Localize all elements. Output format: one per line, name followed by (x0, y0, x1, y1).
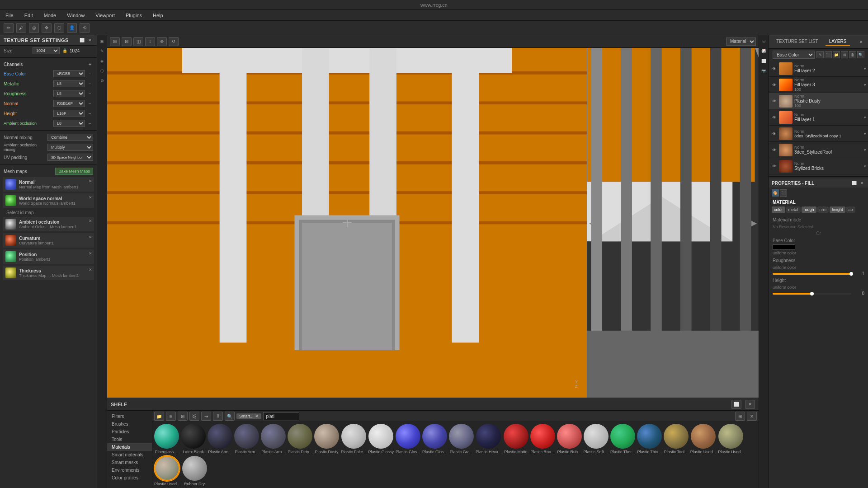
shelf-import-btn[interactable]: ⇥ (201, 412, 211, 421)
material-item-23[interactable]: Rubber Dry (182, 456, 207, 486)
material-item-16[interactable]: Plastic Soft ... (584, 424, 609, 454)
size-select[interactable]: 10242048512 (33, 47, 60, 54)
right-icon-layout[interactable]: ⊟ (760, 37, 768, 45)
uv-padding-select[interactable]: 3D Space Neighbor (47, 154, 93, 161)
layer-plastic-dusty-visibility[interactable]: 👁 (771, 98, 777, 104)
shelf-search-input[interactable] (263, 412, 299, 420)
channel-selector-dropdown[interactable]: Base Color (773, 51, 815, 59)
layer-add-folder-btn[interactable]: 📁 (833, 51, 840, 58)
panel-expand-btn[interactable]: ⬜ (79, 37, 85, 43)
shelf-view-btn[interactable]: ⊞ (735, 412, 745, 421)
material-item-22[interactable]: Plastic Used... (154, 456, 180, 486)
side-icon-4[interactable]: ⬡ (98, 67, 106, 75)
material-item-4[interactable]: Plastic Arm... (261, 424, 286, 454)
channel-metallic-remove[interactable]: − (87, 80, 93, 87)
mat-tab-metal[interactable]: metal (786, 206, 801, 213)
shelf-item-smart-materials[interactable]: Smart materials (107, 451, 152, 459)
layer-fill-2-visibility[interactable]: 👁 (771, 66, 777, 72)
layer-stylized-roof-copy[interactable]: 👁 Norm 3dex_StylizedRoof copy 1 ▾ (769, 126, 868, 142)
add-channel-btn[interactable]: + (87, 61, 93, 67)
menu-help[interactable]: Help (151, 12, 165, 19)
side-icon-2[interactable]: ✎ (98, 47, 106, 55)
material-item-9[interactable]: Plastic Glos... (396, 424, 420, 454)
channel-ao-remove[interactable]: − (87, 120, 93, 127)
material-item-21[interactable]: Plastic Used... (718, 424, 744, 454)
layer-stylized-bricks[interactable]: 👁 Norm Stylized Bricks ▾ (769, 158, 868, 174)
layer-fill-1-visibility[interactable]: 👁 (771, 114, 777, 121)
height-slider[interactable] (773, 293, 851, 295)
right-icon-camera[interactable]: 📷 (760, 67, 768, 75)
side-icon-3[interactable]: ◈ (98, 57, 106, 65)
shelf-expand-btn[interactable]: ⬜ (731, 400, 741, 409)
shelf-item-tools[interactable]: Tools (107, 436, 152, 443)
material-item-13[interactable]: Plastic Matte (504, 424, 528, 454)
tool-figure[interactable]: 👤 (67, 23, 77, 33)
vp-move-btn[interactable]: ↕ (145, 37, 155, 46)
vp-refresh-btn[interactable]: ↺ (169, 37, 179, 46)
base-color-swatch[interactable] (773, 244, 795, 250)
layer-stylized-roof[interactable]: 👁 Norm 3dex_StylizedRoof ▾ (769, 142, 868, 158)
tool-move[interactable]: ✥ (42, 23, 52, 33)
viewport-right-arrow[interactable]: ▶ (751, 219, 757, 227)
props-paint-icon[interactable]: 🎨 (772, 189, 779, 197)
tab-texture-set-list[interactable]: TEXTURE SET LIST (773, 38, 822, 46)
side-icon-1[interactable]: ▣ (98, 37, 106, 45)
search-tag-close[interactable]: ✕ (255, 414, 259, 418)
vp-split-btn[interactable]: ◫ (133, 37, 143, 46)
layer-duplicate-btn[interactable]: ⊞ (841, 51, 848, 58)
mesh-map-ao-close[interactable]: ✕ (89, 219, 92, 223)
tool-stamp[interactable]: ⬡ (54, 23, 64, 33)
material-item-8[interactable]: Plastic Glossy (368, 424, 394, 454)
shelf-filter-btn[interactable]: ⧖ (213, 412, 223, 421)
layer-fill-3-visibility[interactable]: 👁 (771, 82, 777, 88)
shelf-item-filters[interactable]: Filters (107, 413, 152, 420)
shelf-item-brushes[interactable]: Brushes (107, 420, 152, 428)
tab-layers[interactable]: LAYERS (826, 38, 850, 46)
material-item-1[interactable]: Latex Black (181, 424, 206, 454)
channel-base-color-format[interactable]: sRGB8 (53, 70, 85, 77)
tool-pencil[interactable]: ✏ (4, 23, 14, 33)
shelf-item-color-profiles[interactable]: Color profiles (107, 474, 152, 482)
mat-tab-height[interactable]: height (830, 206, 845, 213)
viewport-left-arrow[interactable]: ◀ (589, 219, 594, 227)
shelf-list-btn[interactable]: ≡ (166, 412, 176, 421)
mesh-map-world-close[interactable]: ✕ (89, 195, 92, 200)
menu-file[interactable]: File (4, 12, 15, 19)
shelf-item-particles[interactable]: Particles (107, 428, 152, 436)
shelf-search-btn[interactable]: 🔍 (225, 412, 235, 421)
select-id-map-label[interactable]: Select id map (6, 210, 34, 215)
material-item-6[interactable]: Plastic Dusty (314, 424, 339, 454)
ao-mixing-select[interactable]: Multiply (47, 144, 93, 151)
viewport-area[interactable]: YZ (107, 48, 759, 398)
roughness-slider[interactable] (773, 273, 851, 275)
layer-fill-3[interactable]: 👁 Norm Fill layer 3 100 ▾ (769, 77, 868, 93)
layer-plastic-dusty[interactable]: 👁 Norm ` Plastic Dusty 100 (769, 93, 868, 109)
tool-paint[interactable]: 🖌 (16, 23, 26, 33)
vp-grid-btn[interactable]: ⊞ (110, 37, 120, 46)
side-icon-5[interactable]: ⚙ (98, 77, 106, 85)
vp-grid2-btn[interactable]: ⊟ (122, 37, 132, 46)
panel-close-btn[interactable]: ✕ (87, 37, 93, 43)
channel-height-remove[interactable]: − (87, 110, 93, 117)
material-item-10[interactable]: Plastic Glos... (422, 424, 447, 454)
left-viewport[interactable]: YZ (107, 48, 587, 398)
layer-fill-2[interactable]: 👁 Norm Fill layer 2 ▾ (769, 61, 868, 77)
channel-base-color-remove[interactable]: − (87, 70, 93, 77)
layer-add-fill-btn[interactable]: ⬛ (825, 51, 832, 58)
menu-edit[interactable]: Edit (23, 12, 35, 19)
layer-search-btn[interactable]: 🔍 (857, 51, 864, 58)
lock-icon[interactable]: 🔒 (61, 47, 68, 54)
shelf-item-materials[interactable]: Materials (107, 443, 152, 451)
channel-metallic-format[interactable]: L8 (53, 80, 85, 87)
layer-bricks-visibility[interactable]: 👁 (771, 163, 777, 169)
mat-tab-ao[interactable]: ao (846, 206, 855, 213)
props-expand-btn[interactable]: ⬜ (851, 180, 857, 186)
material-item-15[interactable]: Plastic Rub... (557, 424, 582, 454)
menu-mode[interactable]: Mode (42, 12, 58, 19)
menu-viewport[interactable]: Viewport (94, 12, 117, 19)
material-item-11[interactable]: Plastic Gra... (449, 424, 474, 454)
layer-add-paint-btn[interactable]: ✎ (816, 51, 824, 58)
material-item-19[interactable]: Plastic Tool... (664, 424, 689, 454)
props-close-btn[interactable]: ✕ (859, 180, 865, 186)
mat-tab-rough[interactable]: rough (802, 206, 816, 213)
